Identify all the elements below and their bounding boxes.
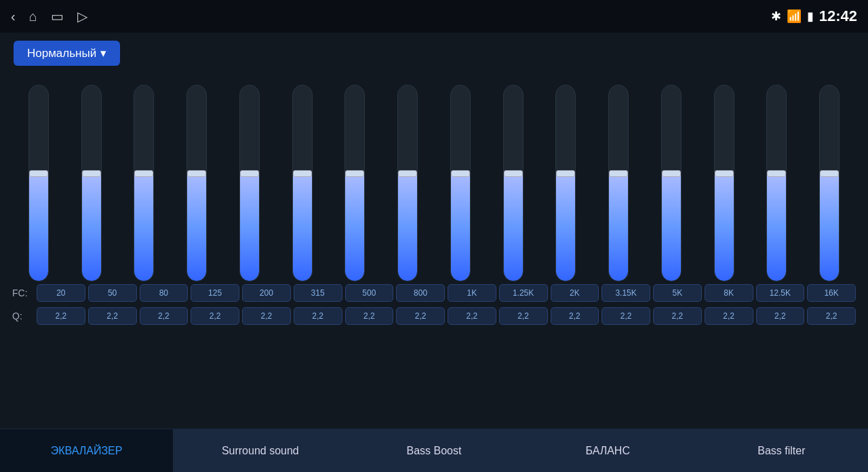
slider-col-14 (756, 85, 797, 281)
q-label: Q: (12, 311, 34, 321)
slider-track-4[interactable] (239, 85, 260, 281)
fc-btn-1[interactable]: 50 (88, 284, 137, 302)
slider-col-3 (176, 85, 217, 281)
q-btn-4[interactable]: 2,2 (242, 307, 291, 325)
slider-handle-2[interactable] (134, 170, 153, 177)
q-btn-1[interactable]: 2,2 (88, 307, 137, 325)
tab-surround[interactable]: Surround sound (174, 429, 347, 472)
slider-track-7[interactable] (397, 85, 418, 281)
slider-track-14[interactable] (766, 85, 787, 281)
slider-fill-12 (662, 174, 681, 281)
slider-col-2 (123, 85, 164, 281)
q-btn-10[interactable]: 2,2 (551, 307, 599, 325)
slider-col-1 (71, 85, 112, 281)
slider-track-0[interactable] (28, 85, 49, 281)
slider-fill-15 (820, 174, 839, 281)
slider-handle-13[interactable] (715, 170, 734, 177)
status-right: ✱ 📶 ▮ 12:42 (771, 7, 857, 25)
fc-btn-10[interactable]: 2K (551, 284, 599, 302)
slider-col-7 (387, 85, 428, 281)
back-icon[interactable]: ‹ (11, 9, 16, 24)
slider-fill-6 (345, 174, 364, 281)
q-btn-0[interactable]: 2,2 (37, 307, 85, 325)
play-icon[interactable]: ▷ (77, 8, 87, 24)
tab-balance[interactable]: БАЛАНС (521, 429, 695, 472)
fc-btn-7[interactable]: 800 (396, 284, 445, 302)
slider-handle-9[interactable] (504, 170, 523, 177)
preset-dropdown[interactable]: Нормальный ▾ (14, 41, 120, 66)
slider-col-11 (598, 85, 639, 281)
slider-track-15[interactable] (819, 85, 840, 281)
fc-btn-6[interactable]: 500 (345, 284, 394, 302)
tab-equalizer[interactable]: ЭКВАЛАЙЗЕР (0, 429, 174, 472)
slider-handle-11[interactable] (609, 170, 628, 177)
slider-col-15 (809, 85, 850, 281)
slider-handle-14[interactable] (767, 170, 786, 177)
bluetooth-icon: ✱ (771, 9, 781, 24)
q-btn-9[interactable]: 2,2 (499, 307, 548, 325)
fc-btn-11[interactable]: 3.15K (601, 284, 650, 302)
slider-track-6[interactable] (344, 85, 365, 281)
q-btn-14[interactable]: 2,2 (756, 307, 805, 325)
slider-handle-10[interactable] (556, 170, 575, 177)
q-btn-8[interactable]: 2,2 (448, 307, 496, 325)
home-icon[interactable]: ⌂ (29, 9, 37, 24)
slider-track-8[interactable] (450, 85, 471, 281)
slider-col-9 (493, 85, 534, 281)
q-btn-11[interactable]: 2,2 (601, 307, 650, 325)
fc-btn-15[interactable]: 16K (807, 284, 856, 302)
slider-col-6 (334, 85, 375, 281)
fc-btn-12[interactable]: 5K (653, 284, 702, 302)
slider-track-13[interactable] (714, 85, 734, 281)
slider-col-5 (282, 85, 323, 281)
slider-handle-7[interactable] (398, 170, 417, 177)
slider-track-9[interactable] (503, 85, 524, 281)
slider-handle-6[interactable] (345, 170, 364, 177)
q-btn-3[interactable]: 2,2 (191, 307, 239, 325)
q-btn-7[interactable]: 2,2 (396, 307, 445, 325)
slider-track-11[interactable] (608, 85, 629, 281)
tab-bass-boost[interactable]: Bass Boost (347, 429, 521, 472)
slider-handle-12[interactable] (662, 170, 681, 177)
fc-btn-0[interactable]: 20 (37, 284, 85, 302)
q-btn-5[interactable]: 2,2 (294, 307, 342, 325)
slider-handle-3[interactable] (187, 170, 206, 177)
recent-icon[interactable]: ▭ (51, 8, 64, 24)
slider-track-1[interactable] (81, 85, 102, 281)
nav-icons: ‹ ⌂ ▭ ▷ (11, 8, 87, 24)
main-content: Нормальный ▾ FC: 2050801252003155008001K… (0, 33, 868, 429)
fc-btn-9[interactable]: 1.25K (499, 284, 548, 302)
slider-fill-0 (29, 174, 48, 281)
slider-col-4 (229, 85, 270, 281)
battery-icon: ▮ (807, 9, 814, 24)
slider-handle-0[interactable] (29, 170, 48, 177)
slider-track-2[interactable] (134, 85, 154, 281)
q-btn-12[interactable]: 2,2 (653, 307, 702, 325)
slider-fill-7 (398, 174, 417, 281)
tab-bass-filter[interactable]: Bass filter (695, 429, 868, 472)
fc-btn-4[interactable]: 200 (242, 284, 291, 302)
fc-label: FC: (12, 288, 34, 298)
slider-fill-1 (82, 174, 101, 281)
q-btn-6[interactable]: 2,2 (345, 307, 394, 325)
tab-bar: ЭКВАЛАЙЗЕРSurround soundBass BoostБАЛАНС… (0, 429, 868, 472)
fc-btn-14[interactable]: 12.5K (756, 284, 805, 302)
slider-handle-4[interactable] (240, 170, 259, 177)
slider-handle-1[interactable] (82, 170, 101, 177)
q-btn-13[interactable]: 2,2 (705, 307, 753, 325)
slider-track-5[interactable] (292, 85, 313, 281)
slider-track-10[interactable] (555, 85, 576, 281)
fc-btn-5[interactable]: 315 (294, 284, 342, 302)
fc-btn-8[interactable]: 1K (448, 284, 496, 302)
fc-btn-3[interactable]: 125 (191, 284, 239, 302)
slider-handle-8[interactable] (451, 170, 470, 177)
slider-col-0 (18, 85, 59, 281)
slider-handle-5[interactable] (293, 170, 312, 177)
q-btn-2[interactable]: 2,2 (140, 307, 189, 325)
slider-handle-15[interactable] (820, 170, 839, 177)
q-btn-15[interactable]: 2,2 (807, 307, 856, 325)
fc-btn-13[interactable]: 8K (705, 284, 753, 302)
slider-track-3[interactable] (186, 85, 207, 281)
slider-track-12[interactable] (661, 85, 682, 281)
fc-btn-2[interactable]: 80 (140, 284, 189, 302)
